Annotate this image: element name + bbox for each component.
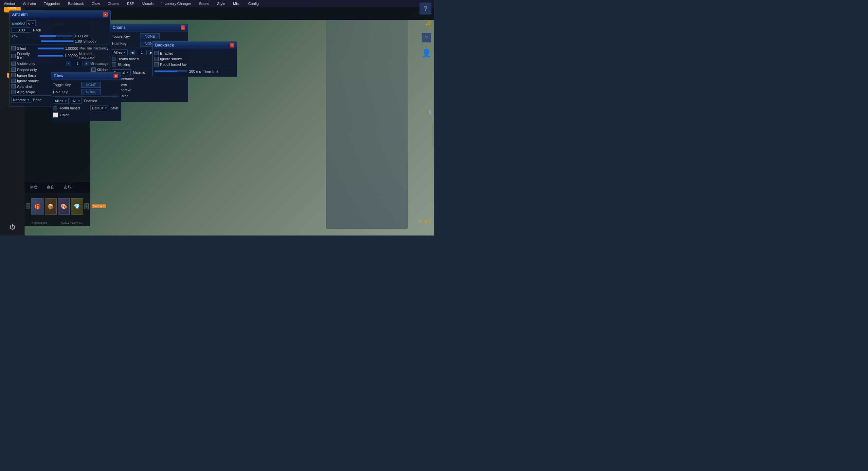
tab-market[interactable]: 市场	[61, 183, 74, 192]
glow-header[interactable]: Glow ×	[51, 72, 121, 80]
scoped-only-checkbox[interactable]	[11, 67, 16, 72]
menu-glow[interactable]: Glow	[90, 1, 101, 6]
glow-hold-key-btn[interactable]: NONE	[81, 89, 101, 95]
max-shot-slider-track[interactable]	[38, 55, 63, 57]
menu-config[interactable]: Config	[247, 1, 260, 6]
friendly-fire-checkbox[interactable]	[11, 54, 16, 58]
fov-slider-track[interactable]	[40, 35, 72, 37]
chams-toggle-key-btn[interactable]: NONE	[140, 33, 160, 39]
menu-misc[interactable]: Misc	[232, 1, 242, 6]
auto-scope-checkbox[interactable]	[11, 90, 16, 94]
menu-aimbot[interactable]: Aimbot	[3, 1, 17, 6]
killshot-checkbox[interactable]	[91, 67, 96, 72]
backtrack-enabled-row: Enabled	[154, 51, 235, 55]
shop-item-2[interactable]: 📦	[45, 198, 57, 214]
scoped-only-checkbox-item[interactable]: Scoped only	[11, 67, 37, 72]
chams-health-checkbox-item[interactable]: Health based	[112, 57, 139, 61]
glow-color-swatch[interactable]	[53, 112, 58, 118]
tab-shop[interactable]: 商店	[44, 183, 57, 192]
sidebar-power-icon[interactable]: ⏻	[6, 221, 18, 233]
chams-header[interactable]: Chams ×	[110, 24, 188, 31]
silent-label: Silent	[17, 47, 26, 51]
chams-blinking-checkbox[interactable]	[112, 62, 116, 66]
question-button[interactable]: ?	[420, 3, 431, 14]
backtrack-enabled-checkbox[interactable]	[154, 51, 159, 55]
killshot-checkbox-item[interactable]: Killshot	[91, 67, 108, 72]
friendly-fire-checkbox-item[interactable]: Friendly fire	[11, 52, 36, 60]
shop-item-4[interactable]: 💎	[71, 198, 83, 214]
killshot-label: Killshot	[97, 68, 108, 72]
watermark: TC 社区	[418, 219, 431, 224]
visible-only-checkbox-item[interactable]: Visible only	[11, 62, 35, 66]
glow-allies-dropdown[interactable]: Allies ▼	[53, 98, 69, 104]
menu-sound[interactable]: Sound	[198, 1, 211, 6]
chams-blinking-checkbox-item[interactable]: Blinking	[112, 62, 130, 66]
menu-inventory-changer[interactable]: Inventory Changer	[160, 1, 192, 6]
anti-aim-dropdown[interactable]: d ▼	[27, 20, 36, 26]
shop-item-1[interactable]: 🎁	[31, 198, 43, 214]
silent-row: Silent 1.00000 Max aim inaccuracy	[11, 46, 108, 51]
glow-toggle-key-btn[interactable]: NONE	[81, 82, 101, 88]
auto-shot-checkbox[interactable]	[11, 84, 16, 88]
chams-material-label: Material	[132, 70, 145, 75]
glow-health-checkbox-item[interactable]: Health based	[53, 106, 80, 110]
menu-chams[interactable]: Chams	[106, 1, 120, 6]
glow-color-label: Color	[60, 113, 69, 117]
ignore-flash-checkbox-item[interactable]: Ignore flash	[11, 73, 36, 77]
bone-label: Bone	[33, 98, 41, 102]
backtrack-smoke-checkbox[interactable]	[154, 57, 159, 61]
next-btn[interactable]: ›	[85, 203, 89, 209]
menu-triggerbot[interactable]: Triggerbot	[42, 1, 62, 6]
backtrack-header[interactable]: Backtrack ×	[153, 41, 237, 49]
chams-page-prev[interactable]: ◀	[130, 50, 135, 55]
menu-backtrack[interactable]: Backtrack	[67, 1, 85, 6]
shop-item-3[interactable]: 🎨	[58, 198, 70, 214]
ignore-smoke-checkbox-item[interactable]: Ignore smoke	[11, 79, 39, 83]
max-aim-slider-track[interactable]	[38, 48, 64, 50]
prev-btn[interactable]: ‹	[26, 203, 30, 209]
backtrack-close[interactable]: ×	[230, 43, 234, 48]
nearest-dropdown[interactable]: Nearest ▼	[11, 97, 31, 103]
backtrack-window: Backtrack × Enabled Ignore smoke Recoil …	[152, 41, 237, 77]
glow-health-checkbox[interactable]	[53, 106, 57, 110]
fov-value: 0.00	[74, 34, 81, 38]
smooth-label: Smooth	[83, 39, 96, 43]
backtrack-recoil-checkbox[interactable]	[154, 62, 159, 66]
menu-antiaim[interactable]: Anti aim	[22, 1, 37, 6]
smooth-slider-track[interactable]	[41, 40, 74, 42]
menu-style[interactable]: Style	[216, 1, 226, 6]
visible-only-checkbox[interactable]	[11, 62, 16, 66]
chams-health-checkbox[interactable]	[112, 57, 116, 61]
smooth-value: 1.00	[75, 39, 82, 43]
backtrack-time-label: Time limit	[203, 69, 218, 73]
auto-scope-checkbox-item[interactable]: Auto scope	[11, 90, 35, 94]
glow-default-label: Default	[92, 106, 103, 110]
fov-label: Fov	[82, 34, 92, 38]
glow-all-dropdown[interactable]: All ▼	[71, 98, 82, 104]
anti-aim-close[interactable]: ×	[103, 12, 108, 17]
pitch-input[interactable]: 0.00	[11, 28, 31, 33]
auto-shot-checkbox-item[interactable]: Auto shot	[11, 84, 32, 88]
glow-close[interactable]: ×	[114, 74, 118, 78]
min-damage-plus[interactable]: +	[84, 61, 89, 66]
backtrack-recoil-checkbox-item[interactable]: Recoil based fov	[154, 62, 187, 66]
silent-checkbox[interactable]	[11, 46, 16, 51]
menu-esp[interactable]: ESP	[126, 1, 135, 6]
menu-visuals[interactable]: Visuals	[141, 1, 155, 6]
backtrack-time-slider[interactable]	[154, 70, 187, 72]
backtrack-smoke-checkbox-item[interactable]: Ignore smoke	[154, 57, 182, 61]
anonymous-icon[interactable]: ?	[422, 33, 431, 42]
chams-toggle-label: Toggle Key	[112, 34, 138, 38]
tab-hot[interactable]: 热卖	[27, 183, 40, 192]
backtrack-enabled-checkbox-item[interactable]: Enabled	[154, 51, 173, 55]
backtrack-time-fill	[155, 71, 177, 72]
ignore-smoke-checkbox[interactable]	[11, 79, 16, 83]
glow-default-dropdown[interactable]: Default ▼	[90, 105, 109, 111]
ignore-flash-checkbox[interactable]	[11, 73, 16, 77]
chams-close[interactable]: ×	[181, 25, 185, 30]
chams-allies-dropdown[interactable]: Allies ▼	[112, 50, 128, 55]
min-damage-minus[interactable]: −	[66, 61, 71, 66]
silent-checkbox-item[interactable]: Silent	[11, 46, 26, 51]
info-icon[interactable]: ℹ	[429, 108, 431, 116]
anti-aim-header[interactable]: Anti aim ×	[9, 11, 110, 18]
